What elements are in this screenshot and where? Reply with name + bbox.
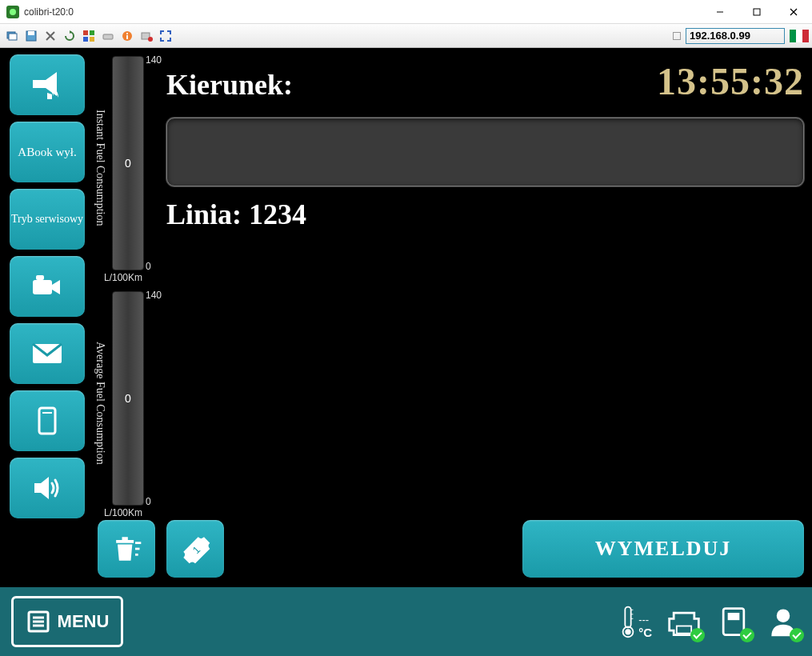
service-mode-label: Tryb serwisowy [11,213,83,226]
svg-rect-15 [126,33,128,34]
instant-fuel-bar: 0 [112,56,144,270]
svg-rect-20 [36,275,44,280]
window-titlebar: colibri-t20:0 [0,0,812,24]
ok-badge-icon [790,628,804,642]
svg-rect-13 [103,34,113,39]
connection-status-indicator [673,32,681,40]
average-fuel-max: 140 [146,290,162,301]
logout-button[interactable]: WYMELDUJ [522,520,804,578]
disconnect-icon[interactable] [138,27,155,45]
ctrl-alt-del-icon[interactable] [80,27,98,45]
messages-button[interactable] [10,323,85,384]
line-value: 1234 [249,198,306,230]
ok-badge-icon [740,628,754,642]
instant-fuel-label: Instant Fuel Consumption [93,64,107,272]
app-icon [6,6,19,18]
direction-display [166,118,804,186]
svg-rect-11 [83,37,88,42]
svg-rect-22 [39,408,55,434]
service-mode-button[interactable]: Tryb serwisowy [10,189,85,250]
direction-label: Kierunek: [166,68,293,102]
line-label: Linia: [166,198,242,230]
svg-point-41 [777,609,790,622]
window-title: colibri-t20:0 [24,6,702,18]
fuel-gauges: Instant Fuel Consumption 0 140 0 L/100Km… [93,56,165,526]
flag-icon [790,30,809,42]
svg-rect-10 [90,30,94,35]
average-fuel-label: Average Fuel Consumption [93,299,107,507]
sound-button[interactable] [10,458,85,518]
new-connection-icon[interactable] [3,27,21,45]
save-connection-icon[interactable] [22,27,40,45]
svg-point-18 [148,37,153,42]
svg-rect-2 [754,9,760,15]
menu-label: MENU [58,611,110,632]
logout-label: WYMELDUJ [595,537,732,561]
svg-rect-38 [677,626,691,634]
average-fuel-gauge: Average Fuel Consumption 0 140 0 L/100Km [93,291,165,523]
svg-rect-9 [83,30,88,35]
instant-fuel-gauge: Instant Fuel Consumption 0 140 0 L/100Km [93,56,165,288]
average-fuel-min: 0 [146,496,151,507]
temperature-status: --- °C [619,604,652,639]
svg-rect-6 [9,34,17,40]
average-fuel-bar: 0 [112,291,144,506]
instant-fuel-max: 140 [146,54,162,66]
card-reader-status-icon [716,604,751,639]
printer-status-icon [666,604,702,639]
abook-toggle-button[interactable]: ABook wył. [10,122,85,182]
window-minimize-button[interactable] [702,0,738,23]
svg-point-34 [625,629,630,634]
ip-address-field[interactable]: 192.168.0.99 [686,28,785,44]
status-icons: --- °C [619,604,801,639]
send-key-icon[interactable] [99,27,117,45]
svg-point-0 [10,9,16,15]
vnc-toolbar: 192.168.0.99 [0,24,812,48]
line-row: Linia: 1234 [166,198,804,231]
abook-label: ABook wył. [18,145,76,159]
delete-list-button[interactable] [98,520,155,578]
ticket-button[interactable]: 1 [166,520,224,578]
svg-rect-40 [728,613,740,620]
settings-icon[interactable] [42,27,59,45]
svg-rect-32 [625,607,630,628]
clock: 13:55:32 [657,59,804,103]
svg-rect-12 [90,37,94,42]
svg-rect-8 [28,31,34,35]
average-fuel-unit: L/100Km [104,507,142,518]
fullscreen-icon[interactable] [157,27,174,45]
svg-rect-16 [126,35,128,39]
device-button[interactable] [10,390,85,451]
menu-button[interactable]: MENU [11,596,123,647]
bottom-bar: MENU --- °C [0,587,812,656]
instant-fuel-unit: L/100Km [104,272,142,283]
window-close-button[interactable] [775,0,812,23]
info-icon[interactable] [118,27,136,45]
app-viewport: ABook wył. Tryb serwisowy SRG: 1.004jWA … [0,48,812,656]
instant-fuel-min: 0 [146,261,151,272]
main-content: Kierunek: 13:55:32 Linia: 1234 [166,59,804,231]
driver-status-icon [766,604,801,639]
refresh-icon[interactable] [61,27,78,45]
svg-rect-19 [33,280,52,294]
left-sidebar: ABook wył. Tryb serwisowy [10,54,85,518]
announcements-button[interactable] [10,54,85,115]
camera-button[interactable] [10,256,85,317]
window-maximize-button[interactable] [738,0,775,23]
ok-badge-icon [690,628,705,642]
